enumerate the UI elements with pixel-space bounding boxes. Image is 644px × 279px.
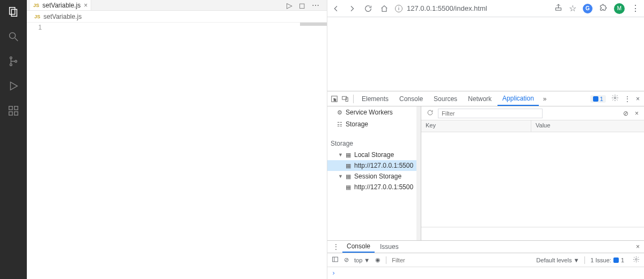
clear-console-icon[interactable]: ⊘ [344, 256, 349, 263]
share-icon[interactable] [554, 3, 562, 13]
tab-sources[interactable]: Sources [429, 91, 462, 106]
grid-icon: ▦ [346, 184, 351, 191]
tab-elements[interactable]: Elements [357, 91, 393, 106]
console-sidebar-icon[interactable] [332, 256, 339, 264]
svg-rect-14 [342, 96, 347, 99]
explorer-icon[interactable] [7, 5, 20, 18]
drawer-tab-issues[interactable]: Issues [376, 241, 403, 253]
svg-rect-0 [10, 8, 15, 15]
inspect-icon[interactable] [330, 95, 339, 103]
code-content[interactable] [52, 23, 327, 279]
close-devtools-icon[interactable]: × [636, 95, 640, 103]
devtools-tabs: Elements Console Sources Network Applica… [327, 91, 644, 106]
chevron-down-icon: ▼ [338, 152, 342, 158]
svg-point-4 [10, 57, 12, 59]
search-icon[interactable] [7, 30, 20, 43]
local-storage-node[interactable]: ▼▦Local Storage [327, 149, 421, 160]
session-storage-node[interactable]: ▼▦Session Storage [327, 171, 421, 182]
delete-icon[interactable]: × [635, 110, 639, 117]
site-info-icon[interactable]: i [395, 5, 402, 12]
devtools-menu-icon[interactable]: ⋮ [624, 95, 631, 103]
value-column[interactable]: Value [531, 120, 554, 132]
console-filter-input[interactable] [392, 257, 531, 263]
console-toolbar: ⊘ top ▼ ◉ Default levels ▼ 1 Issue: 1 [327, 253, 644, 267]
extensions-icon[interactable] [7, 104, 20, 117]
js-file-icon: JS [33, 3, 39, 8]
back-icon[interactable] [332, 4, 340, 13]
svg-rect-12 [556, 8, 561, 10]
devtools: Elements Console Sources Network Applica… [327, 91, 644, 279]
issues-chip[interactable]: 1 [590, 95, 606, 103]
devtools-right: 1 ⋮ × [590, 94, 644, 103]
tab-console[interactable]: Console [394, 91, 428, 106]
page-viewport[interactable] [327, 17, 644, 91]
run-icon[interactable]: ▷ [287, 1, 292, 10]
url-text: 127.0.0.1:5500/index.html [407, 4, 487, 12]
console-settings-icon[interactable] [633, 256, 640, 264]
more-tabs-icon[interactable]: » [540, 95, 550, 103]
more-icon[interactable]: ⋯ [312, 1, 319, 10]
reload-icon[interactable] [364, 4, 372, 13]
grid-icon: ▦ [346, 152, 351, 159]
svg-point-6 [15, 60, 17, 62]
source-control-icon[interactable] [7, 55, 20, 68]
refresh-icon[interactable] [427, 109, 434, 118]
session-storage-origin[interactable]: ▦http://127.0.0.1:5500 [327, 182, 421, 192]
chevron-down-icon: ▼ [338, 174, 342, 179]
close-icon[interactable]: × [84, 2, 87, 9]
storage-toolbar: ⊘ × [421, 106, 644, 120]
drawer-menu-icon[interactable]: ⋮ [331, 243, 341, 251]
vscode-pane: JS setVariable.js × ▷ ◻ ⋯ JS setVariable… [0, 0, 327, 279]
activity-bar [0, 0, 27, 279]
extensions-puzzle-icon[interactable] [599, 3, 608, 14]
device-toggle-icon[interactable] [340, 95, 350, 103]
tab-application[interactable]: Application [497, 91, 539, 106]
svg-rect-9 [14, 106, 18, 110]
svg-point-2 [10, 33, 16, 39]
code-body[interactable]: 1 [27, 23, 327, 279]
context-selector[interactable]: top ▼ [354, 257, 370, 263]
key-column[interactable]: Key [421, 120, 531, 132]
clear-icon[interactable]: ⊘ [623, 110, 628, 117]
extension-g-icon[interactable]: G [583, 4, 592, 13]
local-storage-origin[interactable]: ▦http://127.0.0.1:5500 [327, 160, 421, 171]
tab-filename: setVariable.js [42, 2, 80, 9]
log-levels-selector[interactable]: Default levels ▼ [536, 257, 579, 263]
drawer-tabs: ⋮ Console Issues × [327, 240, 644, 253]
bookmark-icon[interactable]: ☆ [569, 3, 576, 13]
chrome-menu-icon[interactable]: ⋮ [631, 3, 640, 13]
editor-tab[interactable]: JS setVariable.js × [30, 0, 91, 10]
run-debug-icon[interactable] [7, 80, 20, 92]
divider [386, 256, 386, 264]
line-gutter: 1 [27, 23, 52, 279]
console-prompt[interactable]: › [327, 267, 644, 279]
drawer-tab-console[interactable]: Console [342, 241, 375, 253]
breadcrumb[interactable]: JS setVariable.js [27, 11, 327, 23]
address-bar[interactable]: i 127.0.0.1:5500/index.html [395, 4, 548, 12]
live-expression-icon[interactable]: ◉ [375, 256, 380, 263]
drawer-close-icon[interactable]: × [636, 243, 644, 251]
split-editor-icon[interactable]: ◻ [299, 1, 305, 10]
storage-table-body[interactable] [421, 132, 644, 227]
forward-icon[interactable] [348, 4, 356, 13]
svg-rect-17 [333, 257, 338, 262]
storage-filter-input[interactable] [438, 109, 543, 118]
tab-network[interactable]: Network [463, 91, 496, 106]
profile-avatar[interactable]: M [614, 3, 625, 14]
toolbar-right: ☆ G M ⋮ [554, 3, 640, 14]
tabs-row: JS setVariable.js × ▷ ◻ ⋯ [27, 0, 327, 11]
svg-rect-11 [14, 112, 18, 115]
minimap[interactable] [300, 23, 327, 26]
svg-point-5 [10, 64, 12, 66]
sidebar-storage[interactable]: ☷Storage [327, 118, 421, 130]
breadcrumb-filename: setVariable.js [43, 13, 82, 20]
home-icon[interactable] [380, 4, 389, 13]
grid-icon: ▦ [346, 162, 351, 169]
sidebar-service-workers[interactable]: ⚙Service Workers [327, 106, 421, 118]
preview-hint: Select a value to preview [421, 227, 644, 240]
settings-gear-icon[interactable] [611, 94, 619, 103]
console-issues-link[interactable]: 1 Issue: 1 [590, 257, 624, 263]
divider [353, 95, 354, 103]
gear-icon: ⚙ [337, 109, 342, 116]
issue-square-icon [613, 257, 619, 263]
